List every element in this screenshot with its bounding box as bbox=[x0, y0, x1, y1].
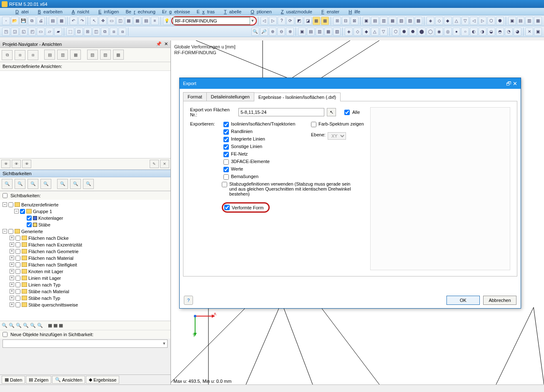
tb2-22-icon[interactable]: ⊕ bbox=[269, 28, 277, 36]
tb-saveall-icon[interactable]: ⧉ bbox=[28, 17, 36, 25]
tab-format[interactable]: Format bbox=[183, 92, 207, 101]
tb-prev-icon[interactable]: ◁ bbox=[261, 17, 268, 25]
tb-b4-icon[interactable]: ▦ bbox=[389, 17, 396, 25]
tb-open-icon[interactable]: 📂 bbox=[11, 17, 19, 25]
tb2-3-icon[interactable]: ◱ bbox=[20, 28, 28, 36]
tb2-9-icon[interactable]: ⊡ bbox=[75, 28, 83, 36]
menu-tabelle[interactable]: Tabelle bbox=[219, 9, 244, 15]
help-button[interactable]: ? bbox=[184, 296, 193, 305]
menu-bearbeiten[interactable]: Bearbeiten bbox=[33, 9, 65, 15]
tree-staebe[interactable]: Stäbe bbox=[38, 221, 50, 228]
tb2-28-icon[interactable]: ▦ bbox=[324, 28, 332, 36]
tree-item[interactable]: Flächen nach Exzentrizität bbox=[28, 241, 82, 248]
tb2-6-icon[interactable]: ▱ bbox=[45, 28, 53, 36]
tb2-33-icon[interactable]: △ bbox=[371, 28, 379, 36]
tb-c8-icon[interactable]: ⬡ bbox=[487, 17, 495, 25]
dialog-close-icon[interactable]: ✕ bbox=[513, 80, 517, 87]
tree-cb[interactable] bbox=[8, 202, 13, 207]
tree-item[interactable]: Stäbe querschnittsweise bbox=[28, 302, 78, 308]
vis-btn-6[interactable]: 🔍 bbox=[70, 179, 81, 189]
tt-btn-4[interactable]: 🔍 bbox=[23, 323, 29, 328]
view-btn-8[interactable]: ▨ bbox=[100, 50, 111, 60]
tree-cb[interactable] bbox=[15, 249, 20, 254]
expand-icon[interactable]: + bbox=[10, 269, 14, 274]
tree-cb[interactable] bbox=[15, 236, 20, 241]
menu-datei[interactable]: Datei bbox=[10, 9, 31, 15]
tb-c2-icon[interactable]: ◇ bbox=[435, 17, 443, 25]
tree-cb[interactable] bbox=[20, 209, 25, 214]
tb2-20-icon[interactable]: 🔍 bbox=[251, 28, 259, 36]
cb-integrierte[interactable] bbox=[223, 137, 229, 142]
tb-next-icon[interactable]: ▷ bbox=[269, 17, 277, 25]
tb2-39-icon[interactable]: ◯ bbox=[426, 28, 434, 36]
cb-werte[interactable] bbox=[223, 167, 229, 172]
tb-cursor-icon[interactable]: ↖ bbox=[90, 17, 98, 25]
tb-b7-icon[interactable]: ▩ bbox=[415, 17, 423, 25]
tb-d4-icon[interactable]: ▦ bbox=[534, 17, 542, 25]
tb2-11-icon[interactable]: ◫ bbox=[93, 28, 100, 36]
tt-btn-5[interactable]: 🔍 bbox=[30, 323, 36, 328]
tree-cb[interactable] bbox=[15, 256, 20, 261]
alle-checkbox[interactable] bbox=[344, 110, 350, 115]
tb2-7-icon[interactable]: ▰ bbox=[54, 28, 62, 36]
cancel-button[interactable]: Abbrechen bbox=[483, 296, 516, 305]
menu-berechnung[interactable]: Berechnung bbox=[123, 9, 158, 15]
tb-b5-icon[interactable]: ▧ bbox=[397, 17, 405, 25]
dialog-restore-icon[interactable]: 🗗 bbox=[506, 80, 511, 87]
cb-farbspektrum[interactable] bbox=[311, 122, 316, 127]
tree-knotenlager[interactable]: Knotenlager bbox=[38, 215, 63, 221]
tb-c6-icon[interactable]: ◁ bbox=[470, 17, 478, 25]
tt-btn-1[interactable]: 🔍 bbox=[2, 323, 8, 328]
tree-item[interactable]: Stäbe nach Typ bbox=[28, 295, 60, 302]
tree-item[interactable]: Knoten mit Lager bbox=[28, 268, 63, 275]
tree-cb[interactable] bbox=[15, 262, 20, 267]
tb-rect-icon[interactable]: ▭ bbox=[108, 17, 115, 25]
tree-item[interactable]: Flächen nach Dicke bbox=[28, 235, 69, 241]
cb-verformte[interactable] bbox=[224, 205, 230, 210]
menu-einfuegen[interactable]: Einfügen bbox=[93, 9, 121, 15]
tb2-21-icon[interactable]: 🔎 bbox=[260, 28, 268, 36]
tb-c1-icon[interactable]: ◈ bbox=[426, 17, 434, 25]
view-btn-2[interactable]: ⧇ bbox=[15, 50, 25, 60]
vis-btn-7[interactable]: 🔍 bbox=[83, 179, 94, 189]
vis-btn-1[interactable]: 🔍 bbox=[2, 179, 13, 189]
view-btn-7[interactable]: ▧ bbox=[87, 50, 98, 60]
menu-zusatzmodule[interactable]: Zusatzmodule bbox=[276, 9, 315, 15]
view-btn-5[interactable]: ▥ bbox=[57, 50, 68, 60]
uv-btn-edit[interactable]: ✎ bbox=[150, 160, 159, 168]
tb2-2-icon[interactable]: ◲ bbox=[11, 28, 19, 36]
tree-generierte[interactable]: Generierte bbox=[21, 228, 43, 235]
tb-move-icon[interactable]: ✥ bbox=[99, 17, 107, 25]
tb-b3-icon[interactable]: ▥ bbox=[380, 17, 388, 25]
vis-btn-3[interactable]: 🔍 bbox=[28, 179, 38, 189]
tree-cb[interactable] bbox=[15, 242, 20, 247]
tb2-8-icon[interactable]: ⬚ bbox=[66, 28, 74, 36]
tb2-last-icon[interactable]: ▣ bbox=[534, 28, 542, 36]
tb2-31-icon[interactable]: ◇ bbox=[353, 28, 361, 36]
expand-icon[interactable]: + bbox=[10, 296, 14, 300]
tab-zeigen[interactable]: ▤Zeigen bbox=[26, 376, 51, 384]
tb-res2-icon[interactable]: ▦ bbox=[321, 17, 329, 25]
tab-results-iso[interactable]: Ergebnisse - Isolinien/Isoflächen (.dxf) bbox=[254, 93, 341, 101]
tb2-44-icon[interactable]: ◐ bbox=[470, 28, 478, 36]
cb-bemass[interactable] bbox=[223, 174, 229, 180]
tb-bulb-icon[interactable]: 💡 bbox=[163, 17, 171, 25]
expand-icon[interactable]: + bbox=[10, 262, 14, 267]
uv-btn-2[interactable]: 👁 bbox=[12, 160, 21, 168]
tb-b2-icon[interactable]: ▤ bbox=[371, 17, 379, 25]
tb2-14-icon[interactable]: ⧈ bbox=[118, 28, 126, 36]
expand-icon[interactable]: + bbox=[10, 236, 14, 240]
tb2-45-icon[interactable]: ◑ bbox=[479, 28, 486, 36]
loadcase-combo[interactable] bbox=[173, 17, 250, 25]
tree-gruppe1[interactable]: Gruppe 1 bbox=[33, 208, 52, 215]
tb-c7-icon[interactable]: ▷ bbox=[479, 17, 486, 25]
tb2-35-icon[interactable]: ⬡ bbox=[392, 28, 400, 36]
tb2-49-icon[interactable]: ◕ bbox=[514, 28, 521, 36]
tb2-46-icon[interactable]: ◒ bbox=[487, 28, 495, 36]
tb-print-icon[interactable]: 🖨 bbox=[37, 17, 45, 25]
tb2-43-icon[interactable]: ○ bbox=[461, 28, 469, 36]
tb2-23-icon[interactable]: ⊖ bbox=[277, 28, 285, 36]
tree-cb[interactable] bbox=[15, 289, 20, 294]
tt-btn-6[interactable]: 🔍 bbox=[37, 323, 43, 328]
tb-b1-icon[interactable]: ▣ bbox=[363, 17, 371, 25]
